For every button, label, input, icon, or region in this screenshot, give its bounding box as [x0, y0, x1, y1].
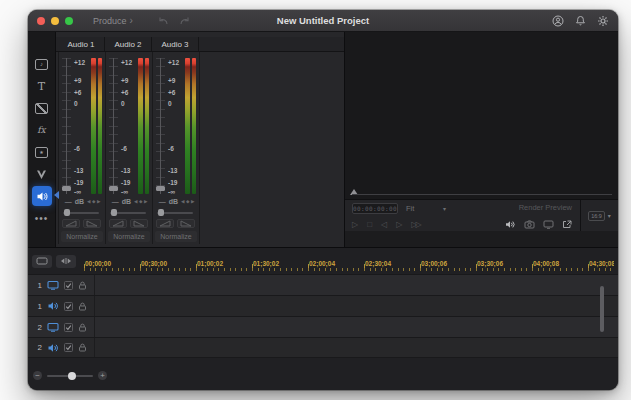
- tab-audio-mixer[interactable]: [32, 186, 52, 206]
- track-row-video-1: 1: [28, 274, 618, 295]
- timeline-vertical-scrollbar[interactable]: [600, 286, 604, 332]
- track-lane[interactable]: [95, 317, 618, 337]
- track-lane[interactable]: [95, 338, 618, 357]
- audio-track-icon[interactable]: [47, 343, 59, 353]
- detach-preview-button[interactable]: [562, 220, 572, 229]
- fade-out-button[interactable]: [177, 219, 195, 228]
- track-row-video-2: 2: [28, 316, 618, 337]
- volume-slider-thumb[interactable]: [158, 209, 164, 216]
- track-row-audio-1: 1: [28, 295, 618, 316]
- fade-in-button[interactable]: [109, 219, 127, 228]
- stop-button[interactable]: □: [367, 220, 372, 229]
- fade-out-button[interactable]: [130, 219, 148, 228]
- produce-label: Produce: [93, 16, 127, 26]
- step-forward-button[interactable]: ▷: [396, 220, 402, 229]
- zoom-out-button[interactable]: −: [33, 371, 42, 380]
- zoom-slider[interactable]: [47, 375, 93, 377]
- notifications-button[interactable]: [575, 15, 586, 26]
- normalize-button[interactable]: Normalize: [61, 231, 103, 242]
- tab-more[interactable]: •••: [32, 208, 52, 228]
- lock-icon[interactable]: [78, 281, 87, 290]
- track-lane[interactable]: [95, 296, 618, 316]
- track-enable-checkbox[interactable]: [64, 323, 73, 332]
- undo-button[interactable]: [157, 16, 169, 26]
- scrubber-track[interactable]: [352, 194, 612, 195]
- fx-icon: fx: [37, 125, 45, 135]
- level-meter: [91, 58, 102, 194]
- volume-slider[interactable]: [157, 209, 193, 216]
- insert-mode-button[interactable]: [32, 255, 52, 268]
- timecode-display[interactable]: 00:00:00:00: [352, 203, 398, 214]
- gain-stepper[interactable]: ◀◆▶: [87, 199, 100, 204]
- play-button[interactable]: ▷: [352, 220, 358, 229]
- lock-icon[interactable]: [78, 302, 87, 311]
- bell-icon: [575, 15, 586, 26]
- fader-thumb[interactable]: [156, 186, 165, 191]
- fade-out-button[interactable]: [83, 219, 101, 228]
- account-icon: [552, 15, 564, 27]
- audio-track-icon[interactable]: [47, 301, 59, 311]
- settings-button[interactable]: [597, 15, 609, 27]
- tab-cursor[interactable]: [32, 164, 52, 184]
- tab-text[interactable]: T: [32, 76, 52, 96]
- display-button[interactable]: [543, 220, 554, 229]
- track-enable-checkbox[interactable]: [64, 343, 73, 352]
- minimize-window-button[interactable]: [51, 17, 59, 25]
- track-row-audio-2: 2: [28, 337, 618, 358]
- snap-button[interactable]: [56, 255, 76, 268]
- track-lane[interactable]: [95, 275, 618, 295]
- track-list: 1 1: [28, 274, 618, 358]
- tool-sidebar: ♪ T fx ★: [28, 32, 56, 247]
- zoom-fit-dropdown[interactable]: Fit ▾: [406, 204, 446, 213]
- gain-value: —: [159, 198, 166, 205]
- zoom-in-button[interactable]: +: [98, 371, 107, 380]
- timeline-ruler[interactable]: 00;00;00 00;30;00 01;00;02 01;30;02 02;0…: [84, 248, 614, 274]
- volume-slider[interactable]: [63, 209, 99, 216]
- close-window-button[interactable]: [37, 17, 45, 25]
- zoom-window-button[interactable]: [65, 17, 73, 25]
- chevron-down-icon: ▾: [443, 205, 446, 212]
- preview-scrubber[interactable]: [345, 187, 618, 199]
- volume-fader[interactable]: [156, 58, 165, 194]
- level-meter: [185, 58, 196, 194]
- volume-fader[interactable]: [109, 58, 118, 194]
- lock-icon[interactable]: [78, 323, 87, 332]
- volume-slider-thumb[interactable]: [111, 209, 117, 216]
- render-preview-button[interactable]: Render Preview: [519, 203, 572, 212]
- fade-in-icon: [159, 220, 171, 227]
- fade-in-button[interactable]: [156, 219, 174, 228]
- fader-thumb[interactable]: [62, 186, 71, 191]
- normalize-button[interactable]: Normalize: [155, 231, 197, 242]
- zoom-slider-thumb[interactable]: [68, 372, 76, 380]
- volume-fader[interactable]: [62, 58, 71, 194]
- video-track-icon[interactable]: [47, 322, 59, 332]
- tab-stickers[interactable]: ★: [32, 142, 52, 162]
- redo-button[interactable]: [179, 16, 191, 26]
- volume-slider-thumb[interactable]: [64, 209, 70, 216]
- normalize-button[interactable]: Normalize: [108, 231, 150, 242]
- gain-stepper[interactable]: ◀◆▶: [181, 199, 194, 204]
- step-back-button[interactable]: ◁: [381, 220, 387, 229]
- fast-forward-button[interactable]: ▷▷: [411, 220, 419, 229]
- video-track-icon[interactable]: [47, 280, 59, 290]
- preview-canvas: [345, 32, 618, 187]
- gain-stepper[interactable]: ◀◆▶: [134, 199, 147, 204]
- track-enable-checkbox[interactable]: [64, 281, 73, 290]
- account-button[interactable]: [552, 15, 564, 27]
- track-enable-checkbox[interactable]: [64, 302, 73, 311]
- tab-effects[interactable]: fx: [32, 120, 52, 140]
- main-content: ♪ T fx ★: [28, 32, 618, 247]
- aspect-ratio-selector[interactable]: 16:9 ▾: [580, 200, 618, 231]
- tab-media[interactable]: ♪: [32, 54, 52, 74]
- undo-icon: [157, 16, 169, 26]
- produce-button[interactable]: Produce ›: [93, 16, 133, 26]
- fade-in-button[interactable]: [62, 219, 80, 228]
- snapshot-button[interactable]: [524, 220, 535, 229]
- fader-thumb[interactable]: [109, 186, 118, 191]
- chevron-right-icon: ›: [130, 17, 133, 25]
- audio-mixer-icon: [36, 191, 48, 202]
- lock-icon[interactable]: [78, 343, 87, 352]
- tab-annotations[interactable]: [32, 98, 52, 118]
- volume-slider[interactable]: [110, 209, 146, 216]
- audio-monitor-button[interactable]: [505, 220, 516, 229]
